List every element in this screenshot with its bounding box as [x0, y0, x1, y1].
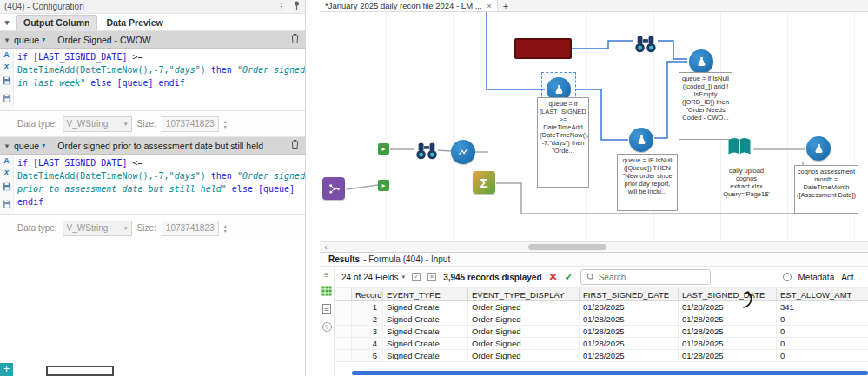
insert-function-icon[interactable]: x [4, 168, 9, 177]
table-cell[interactable]: 01/28/2025 [580, 313, 679, 325]
summarize-tool[interactable]: Σ [473, 171, 495, 194]
column-header-record[interactable]: Record [352, 288, 383, 300]
close-icon[interactable]: × [487, 2, 492, 10]
scrollbar-thumb[interactable] [528, 244, 606, 250]
column-header-last-signed-date[interactable]: LAST_SIGNED_DATE [679, 288, 777, 300]
size-input[interactable]: 1073741823 [162, 221, 219, 236]
table-cell[interactable]: 01/28/2025 [580, 350, 679, 361]
browse-tool[interactable] [633, 32, 658, 60]
collapse-chevron-icon[interactable]: ▾ [0, 142, 14, 150]
table-cell[interactable]: Order Signed [468, 338, 580, 349]
table-cell[interactable]: 2 [352, 313, 383, 325]
table-cell[interactable]: Signed Create [383, 326, 468, 337]
expression-code[interactable]: if [LAST_SIGNED_DATE] >=DateTimeAdd(Date… [14, 49, 305, 110]
table-cell[interactable]: 5 [352, 350, 383, 361]
expression-code[interactable]: if [LAST_SIGNED_DATE] <=DateTimeAdd(Date… [14, 155, 305, 214]
canvas-horizontal-scrollbar[interactable]: ‹ [320, 241, 868, 252]
input-data-tool[interactable] [726, 135, 752, 163]
table-cell[interactable]: Order Signed [468, 313, 580, 325]
scroll-left-icon[interactable]: ‹ [321, 243, 330, 252]
wireless-connection-icon[interactable]: ▸ [378, 180, 389, 191]
cancel-icon[interactable]: ✕ [549, 271, 558, 283]
search-box[interactable] [580, 269, 711, 285]
collapse-chevron-icon[interactable]: ▾ [0, 36, 14, 44]
data-table-icon[interactable] [321, 286, 332, 298]
search-input[interactable] [599, 273, 694, 282]
pin-icon[interactable] [293, 1, 301, 12]
workflow-canvas[interactable]: queue = if IsNull ([coded_]) and ! IsEmp… [320, 12, 868, 241]
table-cell[interactable]: 341 [777, 301, 868, 313]
column-header-first-signed-date[interactable]: FIRST_SIGNED_DATE [580, 288, 679, 300]
data-type-select[interactable]: V_WString ▾ [63, 221, 132, 236]
output-column-select[interactable]: queue [14, 141, 39, 151]
table-row[interactable]: 4Signed CreateOrder Signed01/28/202501/2… [335, 338, 868, 350]
table-cell[interactable]: Signed Create [383, 301, 468, 313]
table-cell[interactable]: 01/28/2025 [679, 338, 777, 349]
tool-annotation[interactable]: cognos assessment month = DateTimeMonth … [794, 165, 858, 214]
table-horizontal-scrollbar[interactable] [352, 371, 868, 375]
column-header-est-allow-amt[interactable]: EST_ALLOW_AMT [777, 288, 868, 300]
tool-annotation[interactable]: queue = if IsNull ([coded_]) and ! IsEmp… [679, 72, 732, 140]
table-cell[interactable]: 01/28/2025 [580, 301, 679, 313]
chevron-down-icon[interactable]: ▾ [42, 36, 45, 43]
join-tool[interactable] [322, 177, 345, 200]
output-column-select[interactable]: queue [14, 35, 39, 45]
row-gutter[interactable] [335, 326, 352, 337]
size-stepper[interactable]: ▴▾ [224, 223, 227, 234]
delete-formula-icon[interactable] [290, 139, 300, 152]
wireless-connection-icon[interactable]: ▸ [378, 143, 389, 155]
table-cell[interactable]: Order Signed [468, 326, 580, 337]
row-gutter[interactable] [335, 350, 352, 361]
table-cell[interactable]: 01/28/2025 [679, 301, 777, 313]
workflow-tab[interactable]: *January 2025 daily recon file 2024 - LM… [320, 0, 498, 11]
table-cell[interactable]: Signed Create [383, 338, 468, 349]
report-icon[interactable] [322, 304, 331, 316]
new-tab-button[interactable]: + [498, 0, 514, 11]
table-cell[interactable]: 4 [352, 338, 383, 349]
add-formula-button[interactable]: + [0, 363, 13, 376]
metadata-radio[interactable] [783, 273, 792, 281]
insert-field-icon[interactable]: A [3, 50, 10, 60]
table-cell[interactable]: 01/28/2025 [580, 326, 679, 337]
comment-box-tool[interactable] [514, 38, 572, 59]
chevron-down-icon[interactable]: ▾ [42, 142, 45, 149]
fields-dropdown[interactable]: 24 of 24 Fields ▾ [341, 273, 405, 282]
size-input[interactable]: 1073741823 [162, 116, 219, 132]
delete-formula-icon[interactable] [290, 33, 300, 46]
save-expression-icon[interactable] [3, 73, 11, 89]
formula-tool[interactable] [629, 128, 653, 152]
table-cell[interactable]: Order Signed [468, 350, 580, 361]
table-cell[interactable]: 3 [352, 326, 383, 337]
tool-annotation[interactable]: daily upload cognos extract.xlsx Query='… [721, 165, 772, 203]
open-expression-icon[interactable] [3, 90, 11, 106]
help-icon[interactable]: ? [322, 322, 332, 332]
tab-data-preview[interactable]: Data Preview [99, 16, 169, 30]
tab-output-column[interactable]: Output Column [16, 15, 97, 30]
select-fields-icon[interactable]: ✓ [412, 273, 421, 281]
running-total-tool[interactable] [451, 140, 475, 164]
table-cell[interactable]: 0 [777, 338, 868, 349]
table-cell[interactable]: 1 [352, 301, 383, 313]
table-cell[interactable]: 0 [777, 350, 868, 361]
table-cell[interactable]: Order Signed [468, 301, 580, 313]
column-header-event-type-display[interactable]: EVENT_TYPE_DISPLAY [468, 288, 580, 300]
browse-tool[interactable] [414, 139, 439, 167]
table-cell[interactable]: 01/28/2025 [580, 338, 679, 349]
insert-field-icon[interactable]: A [3, 156, 10, 166]
kebab-menu-icon[interactable]: ⋮ [276, 1, 286, 12]
clear-fields-icon[interactable]: ✕ [427, 273, 436, 281]
formula-tool[interactable] [806, 136, 831, 161]
row-gutter[interactable] [335, 313, 352, 325]
actions-label[interactable]: Act... [841, 273, 861, 282]
table-cell[interactable]: 01/28/2025 [679, 350, 777, 361]
save-expression-icon[interactable] [3, 179, 11, 195]
table-cell[interactable]: 01/28/2025 [679, 313, 777, 325]
table-cell[interactable]: 0 [777, 313, 868, 325]
table-row[interactable]: 5Signed CreateOrder Signed01/28/202501/2… [335, 350, 868, 362]
size-stepper[interactable]: ▴▾ [224, 119, 227, 129]
data-type-select[interactable]: V_WString ▾ [63, 116, 132, 132]
table-cell[interactable]: 0 [777, 326, 868, 337]
table-cell[interactable]: Signed Create [383, 313, 468, 325]
open-expression-icon[interactable] [3, 196, 11, 212]
table-cell[interactable]: 01/28/2025 [679, 326, 777, 337]
